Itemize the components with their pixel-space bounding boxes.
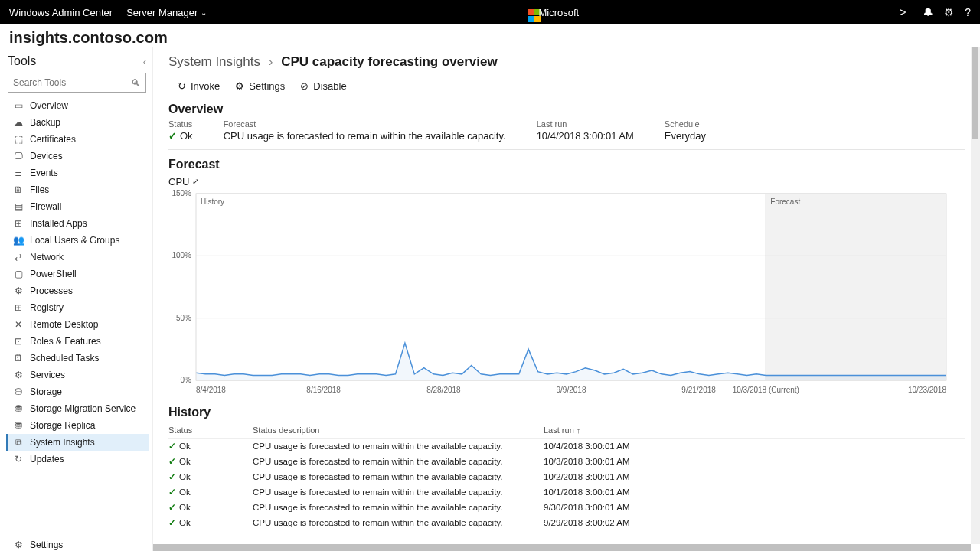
history-row[interactable]: ✓OkCPU usage is forecasted to remain wit… [168,515,965,530]
col-status[interactable]: Status [168,425,253,435]
search-icon[interactable]: 🔍︎ [131,77,141,89]
disable-button[interactable]: ⊘ Disable [300,80,346,92]
nav-icon: ⛃ [13,403,24,414]
svg-text:10/3/2018 (Current): 10/3/2018 (Current) [733,386,799,394]
sidebar-item-network[interactable]: ⇄Network [6,249,149,266]
sidebar-item-files[interactable]: 🗎Files [6,181,149,198]
sidebar-item-label: Network [30,252,64,262]
horizontal-scrollbar[interactable] [153,544,971,551]
app-name[interactable]: Windows Admin Center [9,7,113,18]
gear-icon: ⚙ [235,80,244,92]
row-run: 9/30/2018 3:00:01 AM [544,503,697,512]
help-icon[interactable]: ? [965,6,971,18]
search-box[interactable]: 🔍︎ [8,73,146,93]
sidebar-item-events[interactable]: ≣Events [6,165,149,181]
nav-icon: ☁ [13,117,24,128]
sidebar-item-overview[interactable]: ▭Overview [6,97,149,114]
sidebar-item-storage[interactable]: ⛁Storage [6,383,149,400]
vertical-scrollbar[interactable] [971,47,980,544]
sidebar-item-remote-desktop[interactable]: ✕Remote Desktop [6,316,149,333]
check-icon: ✓ [168,471,176,482]
gear-icon[interactable]: ⚙ [944,6,954,18]
sidebar-item-label: Storage Replica [30,420,95,431]
host-name: insights.contoso.com [0,24,980,47]
history-row[interactable]: ✓OkCPU usage is forecasted to remain wit… [168,484,965,500]
nav-icon: ⇄ [13,252,24,262]
row-run: 10/4/2018 3:00:01 AM [544,442,697,451]
status-label: Status [168,119,193,129]
nav-icon: ▭ [13,100,24,111]
sidebar-item-storage-replica[interactable]: ⛃Storage Replica [6,417,149,434]
row-run: 10/1/2018 3:00:01 AM [544,487,697,497]
sidebar-item-roles-features[interactable]: ⊡Roles & Features [6,333,149,350]
breadcrumb-current: CPU capacity forecasting overview [281,54,498,69]
col-run[interactable]: Last run ↑ [544,425,697,435]
nav-icon: 🖵 [13,151,24,161]
forecast-heading: Forecast [168,158,965,171]
breadcrumb-parent[interactable]: System Insights [168,54,260,69]
sidebar-item-powershell[interactable]: ▢PowerShell [6,266,149,282]
sidebar-item-storage-migration-service[interactable]: ⛃Storage Migration Service [6,400,149,417]
bell-icon[interactable]: 🔔︎ [923,6,933,18]
sidebar-item-label: Certificates [30,134,76,145]
scrollbar-thumb[interactable] [972,47,978,139]
sidebar-item-certificates[interactable]: ⬚Certificates [6,131,149,148]
row-desc: CPU usage is forecasted to remain within… [253,457,544,466]
sidebar-item-backup[interactable]: ☁Backup [6,114,149,131]
sidebar-item-system-insights[interactable]: ⧉System Insights [6,434,149,451]
sidebar-item-label: Processes [30,285,73,296]
search-input[interactable] [13,77,131,88]
row-desc: CPU usage is forecasted to remain within… [253,487,544,497]
invoke-button[interactable]: ↻ Invoke [178,80,220,92]
sidebar-settings[interactable]: ⚙ Settings [6,536,149,551]
expand-icon[interactable]: ⤢ [192,177,199,187]
sidebar-item-scheduled-tasks[interactable]: 🗓Scheduled Tasks [6,350,149,367]
gear-icon: ⚙ [13,540,24,550]
sidebar-item-registry[interactable]: ⊞Registry [6,299,149,316]
overview-row: Status ✓Ok Forecast CPU usage is forecas… [168,119,965,150]
sidebar-item-firewall[interactable]: ▤Firewall [6,198,149,215]
server-manager-menu[interactable]: Server Manager ⌄ [126,7,207,18]
forecast-chart: 0%50%100%150%HistoryForecast8/4/20188/16… [168,189,949,396]
brand-label: Microsoft [538,7,579,18]
sidebar-item-label: PowerShell [30,269,77,279]
nav-icon: ⊞ [13,302,24,313]
console-icon[interactable]: >_ [900,6,912,18]
row-run: 10/3/2018 3:00:01 AM [544,457,697,466]
history-row[interactable]: ✓OkCPU usage is forecasted to remain wit… [168,469,965,484]
sidebar-item-processes[interactable]: ⚙Processes [6,282,149,299]
check-icon: ✓ [168,441,176,452]
disable-icon: ⊘ [300,80,309,92]
sidebar-item-label: Roles & Features [30,336,101,347]
svg-text:8/28/2018: 8/28/2018 [426,386,461,394]
history-row[interactable]: ✓OkCPU usage is forecasted to remain wit… [168,500,965,515]
sidebar-item-label: Firewall [30,201,61,212]
sidebar-item-local-users-groups[interactable]: 👥Local Users & Groups [6,232,149,249]
sidebar-title: Tools [8,54,36,68]
sidebar-item-installed-apps[interactable]: ⊞Installed Apps [6,215,149,232]
sidebar-item-label: Updates [30,454,64,465]
sidebar-item-label: Overview [30,100,68,111]
sidebar-item-label: Registry [30,302,64,313]
forecast-label: Forecast [224,119,506,129]
history-header: Status Status description Last run ↑ [168,422,965,439]
check-icon: ✓ [168,130,177,142]
svg-text:History: History [201,197,224,206]
sidebar-item-services[interactable]: ⚙Services [6,367,149,383]
history-heading: History [168,406,965,419]
collapse-sidebar-icon[interactable]: ‹ [143,56,146,67]
sidebar-item-devices[interactable]: 🖵Devices [6,148,149,165]
nav-icon: 🗓 [13,353,24,364]
history-row[interactable]: ✓OkCPU usage is forecasted to remain wit… [168,439,965,454]
nav-icon: ⬚ [13,134,24,145]
history-row[interactable]: ✓OkCPU usage is forecasted to remain wit… [168,454,965,469]
sidebar-item-label: Files [30,184,49,195]
settings-button[interactable]: ⚙ Settings [235,80,285,92]
svg-text:Forecast: Forecast [770,197,800,206]
sidebar-item-updates[interactable]: ↻Updates [6,451,149,468]
col-desc[interactable]: Status description [253,425,544,435]
sidebar-item-label: Services [30,370,65,380]
breadcrumb: System Insights › CPU capacity forecasti… [168,53,965,77]
nav-icon: ⧉ [13,437,24,448]
check-icon: ✓ [168,502,176,513]
